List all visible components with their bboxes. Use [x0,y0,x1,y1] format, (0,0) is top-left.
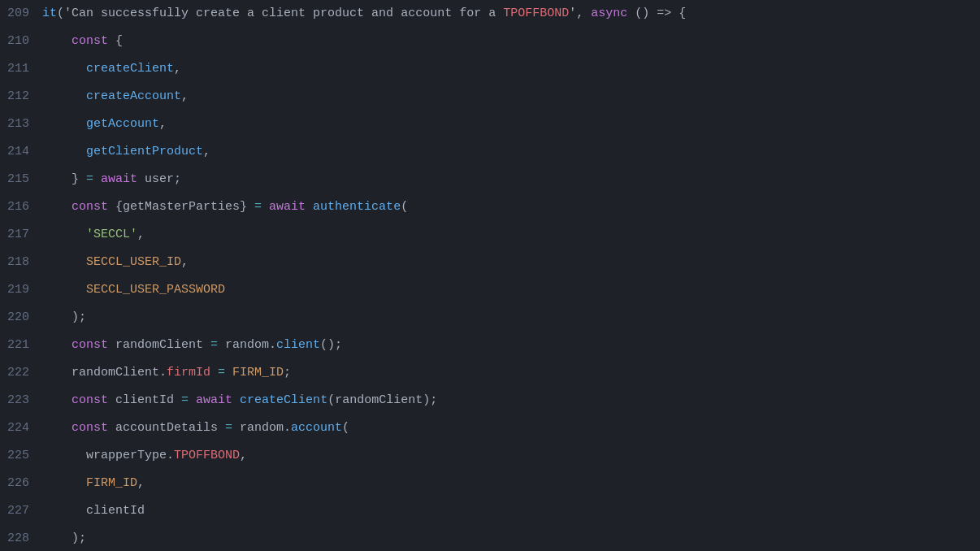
code-token [232,393,240,407]
code-content: const clientId = await createClient(rand… [42,387,980,414]
code-token: = [210,366,232,380]
code-token [42,117,86,131]
code-token [306,200,313,214]
line-number: 214 [0,138,42,166]
code-token [189,393,196,407]
code-line: 216 const {getMasterParties} = await aut… [0,193,980,221]
code-token [42,89,86,103]
line-number: 209 [0,0,42,28]
code-token [42,421,72,435]
code-line: 228 ); [0,525,980,551]
code-content: randomClient.firmId = FIRM_ID; [42,359,980,387]
code-token: clientId [86,504,145,518]
code-token: client [276,338,320,352]
code-token: (randomClient); [327,393,437,407]
code-token: const [72,200,108,214]
code-token: getClientProduct [86,145,203,158]
code-token: , [203,145,210,158]
code-token: , [181,255,189,269]
code-token: () => { [627,7,686,20]
line-number: 218 [0,249,42,276]
code-token [42,255,86,269]
code-token: SECCL_USER_ID [86,255,181,269]
code-content: 'SECCL', [42,221,980,249]
code-token [42,172,72,186]
line-number: 219 [0,276,42,304]
code-token: account [291,421,342,435]
code-token: , [137,228,145,241]
code-token: , [240,449,247,462]
line-number: 212 [0,83,42,111]
code-line: 210 const { [0,28,980,55]
code-line: 220 ); [0,304,980,332]
code-token: user; [137,172,181,186]
code-token: account [401,7,452,20]
code-content: wrapperType.TPOFFBOND, [42,442,980,470]
code-content: const {getMasterParties} = await authent… [42,193,980,221]
code-token: getAccount [86,117,159,131]
code-content: SECCL_USER_PASSWORD [42,276,980,304]
line-number: 228 [0,525,42,551]
code-token: wrapperType. [86,449,174,462]
code-token: randomClient [108,338,210,352]
code-content: it('Can successfully create a client pro… [42,0,980,28]
line-number: 210 [0,28,42,55]
code-token: const [72,421,108,435]
code-content: getClientProduct, [42,138,980,166]
code-token: ); [72,531,86,545]
code-line: 227 clientId [0,497,980,525]
code-token: (); [320,338,342,352]
code-token: , [159,117,167,131]
code-line: 212 createAccount, [0,83,980,111]
code-token: random. [232,421,291,435]
line-number: 226 [0,470,42,497]
code-token: ; [284,366,291,380]
line-number: 220 [0,304,42,332]
code-token: { [108,34,123,48]
code-token: } [72,172,79,186]
code-token [42,62,86,76]
code-content: createAccount, [42,83,980,111]
code-token: createAccount [86,89,181,103]
code-token [42,283,86,297]
code-line: 221 const randomClient = random.client()… [0,332,980,359]
code-editor: 209it('Can successfully create a client … [0,0,980,551]
code-token [42,34,72,48]
code-token: authenticate [313,200,401,214]
line-number: 227 [0,497,42,525]
code-token [42,531,72,545]
code-content: ); [42,304,980,332]
code-token [42,338,72,352]
code-content: getAccount, [42,111,980,138]
code-token [42,366,72,380]
code-line: 209it('Can successfully create a client … [0,0,980,28]
code-token: await [101,172,137,186]
code-token: FIRM_ID [232,366,284,380]
code-token: , [174,62,181,76]
code-token: for a [452,7,503,20]
code-token [42,504,86,518]
code-line: 214 getClientProduct, [0,138,980,166]
code-token: ', [569,7,591,20]
code-token [42,200,72,214]
code-token [42,476,86,490]
line-number: 224 [0,414,42,442]
code-token: 'SECCL' [86,228,137,241]
code-token: , [181,89,189,103]
code-token: ( [342,421,349,435]
code-token: createClient [86,62,174,76]
code-content: clientId [42,497,980,525]
code-token: TPOFFBOND [174,449,240,462]
code-token: await [196,393,232,407]
code-token [42,449,86,462]
code-content: } = await user; [42,166,980,193]
line-number: 221 [0,332,42,359]
code-content: const accountDetails = random.account( [42,414,980,442]
code-content: const { [42,28,980,55]
code-token: = [210,338,218,352]
code-token: and [371,7,393,20]
code-token: const [72,34,108,48]
code-token: TPOFFBOND [503,7,569,20]
code-content: const randomClient = random.client(); [42,332,980,359]
code-line: 219 SECCL_USER_PASSWORD [0,276,980,304]
